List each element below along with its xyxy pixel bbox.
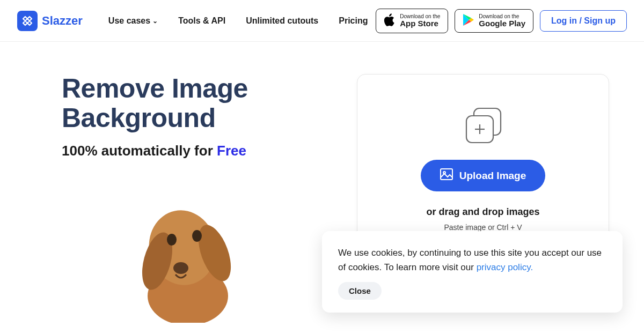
svg-point-4 (167, 234, 177, 246)
upload-image-button[interactable]: Upload Image (421, 160, 546, 191)
nav-label: Pricing (339, 16, 368, 26)
hero-section: Remove Image Background 100% automatical… (62, 74, 330, 325)
app-store-button[interactable]: Download on the App Store (376, 9, 448, 33)
cookie-close-button[interactable]: Close (338, 282, 382, 300)
hero-title: Remove Image Background (62, 74, 330, 133)
svg-rect-11 (441, 169, 452, 180)
nav-label: Tools & API (178, 16, 225, 26)
paste-hint-text: Paste image or Ctrl + V (379, 223, 587, 232)
cookie-privacy-policy-link[interactable]: privacy policy. (477, 262, 533, 272)
cookie-message: We use cookies, by continuing to use thi… (338, 248, 602, 272)
store-text: Download on the Google Play (479, 13, 525, 28)
login-signup-button[interactable]: Log in / Sign up (540, 10, 627, 32)
chevron-down-icon: ⌄ (152, 17, 158, 25)
drag-drop-text: or drag and drop images (379, 206, 587, 218)
hero-image (131, 189, 330, 325)
logo-icon (17, 11, 38, 31)
store-text: Download on the App Store (400, 13, 440, 28)
header-actions: Download on the App Store Download on th… (376, 9, 627, 33)
nav-pricing[interactable]: Pricing (339, 16, 368, 26)
upload-button-label: Upload Image (459, 170, 526, 182)
nav-label: Unlimited cutouts (246, 16, 318, 26)
google-play-icon (463, 13, 474, 28)
nav-unlimited-cutouts[interactable]: Unlimited cutouts (246, 16, 318, 26)
logo-text: Slazzer (42, 14, 83, 28)
upload-card: Upload Image or drag and drop images Pas… (357, 74, 609, 254)
hero-sub-free: Free (217, 143, 246, 159)
nav-use-cases[interactable]: Use cases ⌄ (108, 16, 158, 26)
hero-sub-prefix: 100% automatically for (62, 143, 217, 159)
image-icon (440, 168, 453, 183)
cookie-text: We use cookies, by continuing to use thi… (338, 246, 606, 274)
google-play-button[interactable]: Download on the Google Play (455, 9, 533, 33)
svg-point-5 (192, 230, 202, 242)
upload-stack-icon (379, 104, 587, 148)
store-big-text: App Store (400, 19, 440, 28)
nav-label: Use cases (108, 16, 150, 26)
hero-title-line1: Remove Image (62, 73, 248, 103)
logo[interactable]: Slazzer (17, 11, 83, 31)
hero-subtitle: 100% automatically for Free (62, 143, 330, 159)
svg-point-6 (173, 262, 188, 274)
header: Slazzer Use cases ⌄ Tools & API Unlimite… (0, 0, 644, 42)
cookie-banner: We use cookies, by continuing to use thi… (322, 231, 623, 313)
nav-tools-api[interactable]: Tools & API (178, 16, 225, 26)
apple-icon (384, 13, 396, 29)
nav: Use cases ⌄ Tools & API Unlimited cutout… (108, 16, 368, 26)
hero-title-line2: Background (62, 103, 216, 133)
store-big-text: Google Play (479, 19, 525, 28)
